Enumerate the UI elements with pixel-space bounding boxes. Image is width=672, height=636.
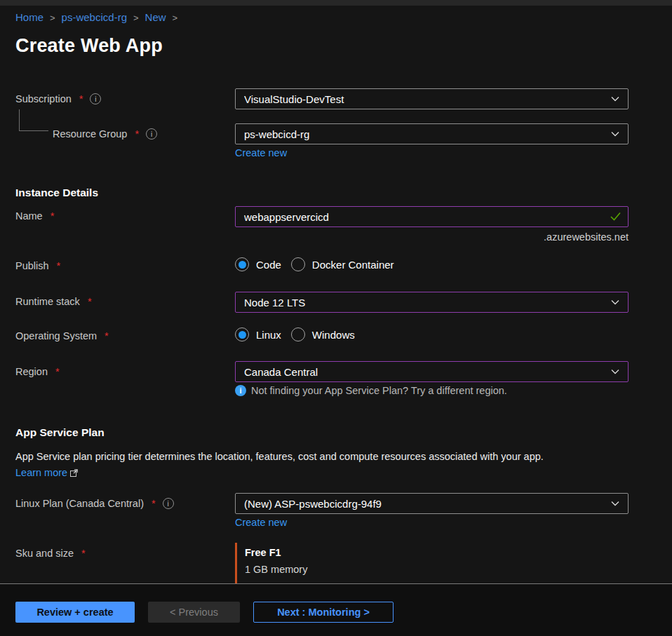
publish-option-code-label: Code — [256, 259, 281, 271]
create-web-app-page: Home>ps-webcicd-rg>New> Create Web App S… — [0, 0, 672, 636]
required-asterisk: * — [55, 366, 60, 377]
radio-selected-icon — [235, 257, 249, 271]
name-label-text: Name — [15, 210, 43, 222]
breadcrumb-separator: > — [173, 13, 178, 23]
resource-group-label: Resource Group* i — [53, 128, 157, 140]
learn-more-text: Learn more — [15, 467, 67, 478]
sku-tier: Free F1 — [245, 547, 629, 558]
linux-plan-value: (New) ASP-pswebcicdrg-94f9 — [244, 498, 610, 510]
publish-label: Publish* — [15, 260, 60, 271]
publish-option-docker-label: Docker Container — [312, 259, 394, 271]
name-input[interactable] — [235, 206, 629, 227]
region-label-text: Region — [15, 366, 48, 377]
resource-group-label-text: Resource Group — [53, 128, 127, 140]
radio-unselected-icon — [291, 327, 305, 341]
publish-label-text: Publish — [15, 260, 49, 271]
validation-check-icon — [610, 211, 621, 224]
required-asterisk: * — [57, 260, 61, 271]
info-filled-icon: i — [235, 385, 246, 396]
linux-plan-dropdown[interactable]: (New) ASP-pswebcicdrg-94f9 — [235, 493, 629, 514]
footer-action-bar: Review + create < Previous Next : Monito… — [0, 584, 672, 636]
domain-suffix: .azurewebsites.net — [235, 231, 629, 243]
resource-group-create-new-link[interactable]: Create new — [235, 147, 287, 158]
window-top-strip — [0, 0, 672, 6]
resource-group-value: ps-webcicd-rg — [244, 128, 610, 140]
os-option-windows-label: Windows — [312, 329, 355, 341]
required-asterisk: * — [135, 128, 139, 140]
region-value: Canada Central — [244, 366, 610, 378]
sku-memory: 1 GB memory — [245, 564, 629, 575]
chevron-down-icon — [610, 498, 621, 509]
info-icon[interactable]: i — [163, 498, 174, 509]
chevron-down-icon — [610, 366, 621, 377]
learn-more-link[interactable]: Learn more — [15, 467, 78, 479]
breadcrumb-new-link[interactable]: New — [145, 11, 166, 23]
breadcrumb-resource-group-link[interactable]: ps-webcicd-rg — [62, 11, 127, 23]
linux-plan-create-new-link[interactable]: Create new — [235, 517, 287, 528]
runtime-stack-value: Node 12 LTS — [244, 297, 610, 309]
resource-group-dropdown[interactable]: ps-webcicd-rg — [235, 123, 629, 144]
required-asterisk: * — [79, 93, 83, 104]
review-create-button[interactable]: Review + create — [15, 602, 135, 623]
region-label: Region* — [15, 366, 60, 377]
subscription-label: Subscription* i — [15, 93, 101, 104]
region-hint-text: Not finding your App Service Plan? Try a… — [251, 385, 507, 396]
external-link-icon — [70, 468, 78, 479]
required-asterisk: * — [51, 210, 55, 222]
runtime-stack-label-text: Runtime stack — [15, 296, 80, 307]
region-dropdown[interactable]: Canada Central — [235, 361, 629, 382]
operating-system-label-text: Operating System — [15, 330, 97, 341]
radio-selected-icon — [235, 327, 249, 341]
subscription-label-text: Subscription — [15, 93, 72, 104]
chevron-down-icon — [610, 297, 621, 308]
breadcrumb-separator: > — [133, 13, 139, 23]
sku-label-text: Sku and size — [15, 548, 74, 559]
app-service-plan-header: App Service Plan — [15, 426, 105, 439]
previous-button[interactable]: < Previous — [148, 602, 240, 623]
radio-unselected-icon — [291, 257, 305, 271]
subscription-value: VisualStudio-DevTest — [244, 93, 610, 105]
publish-option-code[interactable]: Code — [235, 257, 281, 271]
app-service-plan-description: App Service plan pricing tier determines… — [15, 451, 654, 462]
name-field-wrap — [235, 206, 629, 227]
linux-plan-label-text: Linux Plan (Canada Central) — [15, 498, 144, 509]
os-option-linux[interactable]: Linux — [235, 327, 281, 341]
operating-system-label: Operating System* — [15, 330, 109, 341]
subscription-dropdown[interactable]: VisualStudio-DevTest — [235, 88, 629, 109]
runtime-stack-dropdown[interactable]: Node 12 LTS — [235, 292, 629, 313]
region-hint: i Not finding your App Service Plan? Try… — [235, 385, 507, 396]
required-asterisk: * — [105, 330, 109, 341]
subscription-resource-connector-line — [19, 109, 48, 131]
os-option-linux-label: Linux — [256, 329, 281, 341]
page-title: Create Web App — [15, 35, 163, 57]
required-asterisk: * — [81, 548, 86, 559]
breadcrumb: Home>ps-webcicd-rg>New> — [15, 11, 184, 23]
os-option-windows[interactable]: Windows — [291, 327, 355, 341]
instance-details-header: Instance Details — [15, 187, 98, 199]
operating-system-radio-group: Linux Windows — [235, 325, 355, 344]
publish-radio-group: Code Docker Container — [235, 255, 394, 273]
required-asterisk: * — [152, 498, 156, 509]
sku-selection-block[interactable]: Free F1 1 GB memory — [235, 543, 629, 583]
info-icon[interactable]: i — [90, 93, 101, 104]
breadcrumb-separator: > — [50, 13, 55, 23]
breadcrumb-home-link[interactable]: Home — [15, 11, 43, 23]
info-icon[interactable]: i — [146, 128, 157, 140]
chevron-down-icon — [610, 93, 621, 104]
publish-option-docker[interactable]: Docker Container — [291, 257, 394, 271]
runtime-stack-label: Runtime stack* — [15, 296, 92, 307]
chevron-down-icon — [610, 128, 621, 140]
linux-plan-label: Linux Plan (Canada Central)* i — [15, 498, 174, 509]
name-label: Name* — [15, 210, 54, 222]
sku-and-size-label: Sku and size* — [15, 548, 86, 559]
required-asterisk: * — [88, 296, 92, 307]
next-monitoring-button[interactable]: Next : Monitoring > — [253, 602, 394, 623]
